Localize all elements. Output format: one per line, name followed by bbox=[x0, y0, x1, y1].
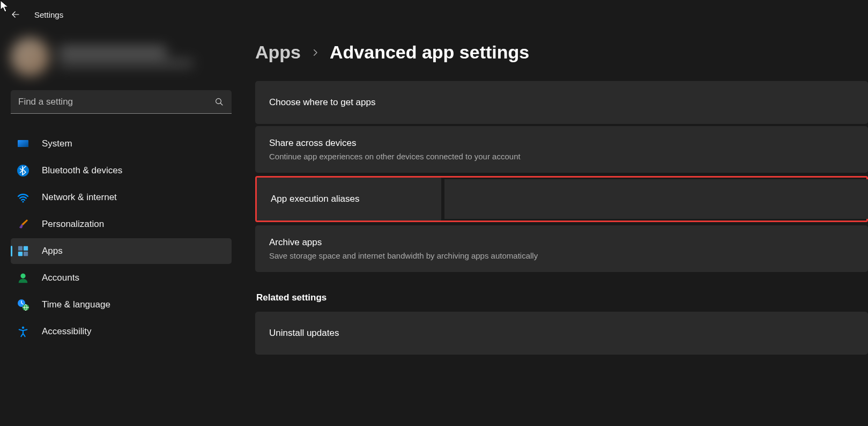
sidebar-item-apps[interactable]: Apps bbox=[11, 238, 232, 264]
card-title: Archive apps bbox=[269, 237, 854, 248]
sidebar-item-label: Network & internet bbox=[42, 192, 117, 203]
card-title: Share across devices bbox=[269, 138, 854, 149]
wifi-icon bbox=[16, 190, 30, 204]
avatar bbox=[11, 38, 49, 76]
sidebar-nav: System Bluetooth & devices Network & int… bbox=[11, 131, 232, 344]
sidebar-item-accounts[interactable]: Accounts bbox=[11, 265, 232, 291]
sidebar-item-label: Accessibility bbox=[42, 326, 92, 337]
card-subtitle: Save storage space and internet bandwidt… bbox=[269, 251, 854, 260]
sidebar-item-time-language[interactable]: Time & language bbox=[11, 292, 232, 318]
breadcrumb: Apps Advanced app settings bbox=[255, 42, 868, 63]
breadcrumb-parent[interactable]: Apps bbox=[255, 42, 301, 63]
svg-point-9 bbox=[20, 274, 25, 278]
apps-icon bbox=[16, 244, 30, 258]
svg-rect-7 bbox=[18, 252, 23, 256]
app-title: Settings bbox=[34, 10, 63, 19]
sidebar-item-label: Time & language bbox=[42, 299, 110, 310]
svg-rect-5 bbox=[18, 246, 23, 251]
svg-point-12 bbox=[22, 326, 24, 328]
sidebar-item-personalization[interactable]: Personalization bbox=[11, 211, 232, 237]
sidebar: System Bluetooth & devices Network & int… bbox=[0, 29, 242, 426]
clock-globe-icon bbox=[16, 298, 30, 312]
sidebar-item-label: System bbox=[42, 138, 72, 149]
accessibility-icon bbox=[16, 325, 30, 339]
card-uninstall-updates[interactable]: Uninstall updates bbox=[255, 312, 868, 355]
card-archive-apps[interactable]: Archive apps Save storage space and inte… bbox=[255, 225, 868, 272]
highlight-box: App execution aliases bbox=[255, 176, 868, 222]
card-app-execution-aliases[interactable]: App execution aliases bbox=[257, 178, 441, 221]
card-choose-where[interactable]: Choose where to get apps bbox=[255, 81, 868, 124]
search-icon bbox=[214, 97, 224, 107]
sidebar-item-label: Accounts bbox=[42, 273, 79, 283]
main-content: Apps Advanced app settings Choose where … bbox=[242, 29, 868, 426]
related-cards: Uninstall updates bbox=[255, 312, 868, 355]
sidebar-item-bluetooth[interactable]: Bluetooth & devices bbox=[11, 158, 232, 183]
sidebar-item-network[interactable]: Network & internet bbox=[11, 185, 232, 210]
sidebar-item-label: Apps bbox=[42, 246, 63, 256]
svg-point-4 bbox=[22, 201, 24, 202]
page-title: Advanced app settings bbox=[330, 42, 529, 63]
card-subtitle: Continue app experiences on other device… bbox=[269, 152, 854, 161]
profile-text bbox=[59, 47, 193, 67]
svg-rect-2 bbox=[18, 140, 28, 147]
mouse-cursor-icon bbox=[0, 0, 10, 13]
sidebar-item-accessibility[interactable]: Accessibility bbox=[11, 319, 232, 344]
card-title: Choose where to get apps bbox=[269, 97, 854, 108]
card-title: App execution aliases bbox=[271, 194, 427, 204]
sidebar-item-system[interactable]: System bbox=[11, 131, 232, 157]
arrow-left-icon bbox=[11, 10, 20, 19]
monitor-icon bbox=[16, 137, 30, 151]
sidebar-item-label: Bluetooth & devices bbox=[42, 165, 122, 176]
sidebar-item-label: Personalization bbox=[42, 219, 104, 230]
chevron-right-icon bbox=[310, 48, 320, 57]
svg-rect-8 bbox=[24, 252, 28, 256]
related-settings-label: Related settings bbox=[256, 292, 868, 303]
svg-rect-6 bbox=[24, 246, 28, 251]
title-bar: Settings bbox=[0, 0, 868, 29]
back-button[interactable] bbox=[11, 10, 20, 19]
search-box[interactable] bbox=[11, 90, 232, 114]
brush-icon bbox=[16, 217, 30, 231]
search-input[interactable] bbox=[11, 90, 232, 114]
card-title: Uninstall updates bbox=[269, 328, 854, 339]
bluetooth-icon bbox=[16, 164, 30, 178]
card-row-extension[interactable] bbox=[444, 179, 868, 219]
user-profile[interactable] bbox=[11, 38, 232, 76]
person-icon bbox=[16, 271, 30, 285]
settings-cards: Choose where to get apps Share across de… bbox=[255, 81, 868, 272]
card-share-devices[interactable]: Share across devices Continue app experi… bbox=[255, 126, 868, 173]
